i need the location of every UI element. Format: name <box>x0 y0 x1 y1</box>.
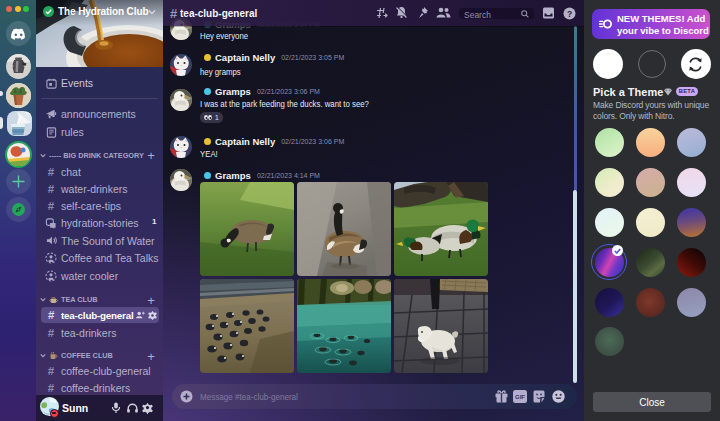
svg-text:?: ? <box>566 8 571 18</box>
svg-text:GIF: GIF <box>515 394 525 400</box>
